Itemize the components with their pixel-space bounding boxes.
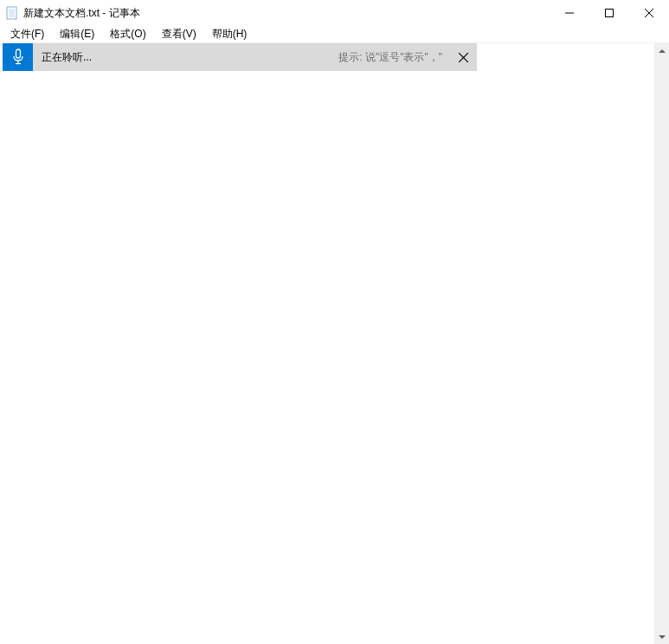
dictation-status-text: 正在聆听... [33,50,338,65]
svg-rect-10 [16,49,20,58]
menubar: 文件(F) 编辑(E) 格式(O) 查看(V) 帮助(H) [0,26,669,43]
window-controls [550,0,669,26]
dictation-hint-text: 提示: 说"逗号"表示"，" [338,50,449,65]
minimize-button[interactable] [550,0,589,26]
content-area [0,43,669,644]
vertical-scrollbar[interactable] [654,43,669,644]
titlebar: 新建文本文档.txt - 记事本 [0,0,669,26]
close-icon [459,53,468,62]
notepad-icon [5,6,19,20]
text-editor[interactable] [0,43,654,644]
svg-rect-7 [606,10,614,17]
dictation-close-button[interactable] [449,43,477,71]
menu-format[interactable]: 格式(O) [103,25,152,43]
scroll-up-arrow[interactable] [654,43,669,58]
close-button[interactable] [629,0,669,26]
maximize-button[interactable] [589,0,629,26]
menu-view[interactable]: 查看(V) [155,25,203,43]
scroll-down-arrow[interactable] [654,629,669,644]
menu-help[interactable]: 帮助(H) [205,25,254,43]
microphone-icon [11,48,25,66]
menu-file[interactable]: 文件(F) [3,25,51,43]
microphone-button[interactable] [3,43,33,71]
window-title: 新建文本文档.txt - 记事本 [23,6,140,21]
dictation-bar: 正在聆听... 提示: 说"逗号"表示"，" [3,43,477,71]
menu-edit[interactable]: 编辑(E) [53,25,101,43]
titlebar-left: 新建文本文档.txt - 记事本 [5,6,140,21]
